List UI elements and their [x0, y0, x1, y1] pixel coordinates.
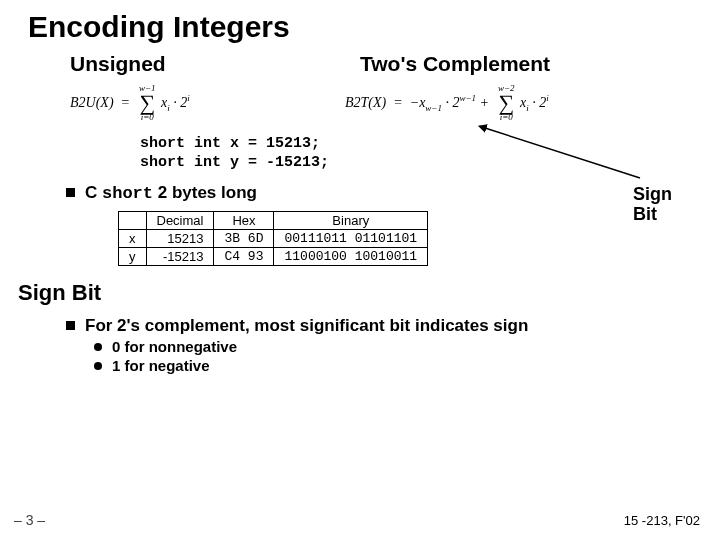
sign-bit-callout: Sign Bit [633, 185, 672, 225]
code-line-1: short int x = 15213; [140, 134, 720, 154]
sub-bullet-nonnegative: 0 for nonnegative [94, 338, 720, 355]
bullet-c-short: C short 2 bytes long [66, 183, 720, 203]
code-block: short int x = 15213; short int y = -1521… [140, 134, 720, 173]
table-row: y -15213 C4 93 11000100 10010011 [119, 247, 428, 265]
bullet-square-icon [66, 188, 75, 197]
subhead-twos-complement: Two's Complement [360, 52, 550, 76]
bullet-square-icon [66, 321, 75, 330]
formula-row: B2U(X) = w−1 ∑ i=0 xi · 2i B2T(X) = −xw−… [0, 84, 720, 122]
slide-title: Encoding Integers [0, 0, 720, 44]
formula-b2u: B2U(X) = w−1 ∑ i=0 xi · 2i [0, 84, 345, 122]
subhead-row: Unsigned Two's Complement [0, 52, 720, 76]
table-header-row: Decimal Hex Binary [119, 211, 428, 229]
table-row: x 15213 3B 6D 00111011 01101101 [119, 229, 428, 247]
course-footer: 15 -213, F'02 [624, 513, 700, 528]
code-line-2: short int y = -15213; [140, 153, 720, 173]
section-sign-bit: Sign Bit [18, 280, 720, 306]
encoding-table: Decimal Hex Binary x 15213 3B 6D 0011101… [118, 211, 428, 266]
slide-number: – 3 – [14, 512, 45, 528]
formula-b2t: B2T(X) = −xw−1 · 2w−1 + w−2 ∑ i=0 xi · 2… [345, 84, 549, 122]
subhead-unsigned: Unsigned [0, 52, 360, 76]
bullet-disc-icon [94, 343, 102, 351]
sub-bullet-negative: 1 for negative [94, 357, 720, 374]
bullet-disc-icon [94, 362, 102, 370]
bullet-sign-explain: For 2's complement, most significant bit… [66, 316, 720, 336]
